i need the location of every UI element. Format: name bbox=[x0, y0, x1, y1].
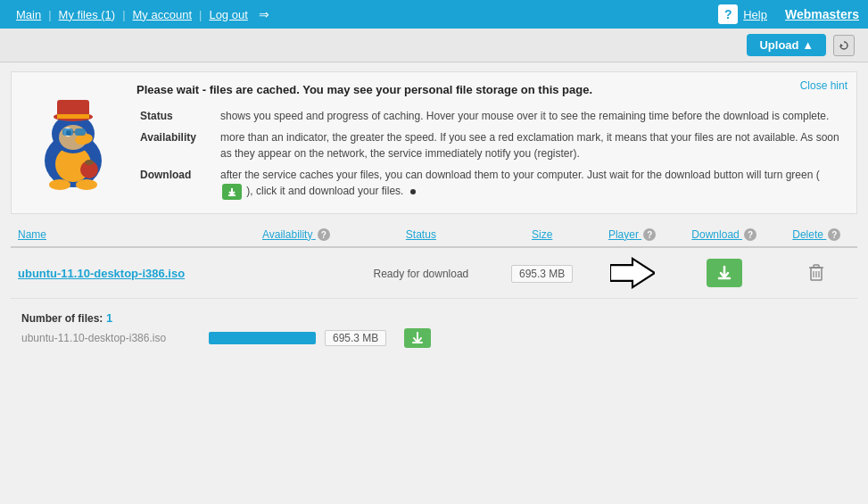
upload-bar: Upload ▲ bbox=[0, 29, 868, 62]
col-header-name[interactable]: Name bbox=[11, 223, 243, 248]
hint-row-availability: Availability more than an indicator, the… bbox=[136, 127, 844, 164]
upload-options-button[interactable] bbox=[833, 35, 855, 56]
col-header-delete[interactable]: Delete ? bbox=[776, 223, 857, 248]
svg-marker-0 bbox=[840, 44, 843, 47]
hint-term-status: Status bbox=[136, 105, 217, 127]
nav-log-out[interactable]: Log out bbox=[202, 8, 254, 21]
nav-webmasters[interactable]: Webmasters bbox=[785, 7, 859, 21]
file-size-cell: 695.3 MB bbox=[492, 247, 591, 299]
top-nav: Main | My files (1) | My account | Log o… bbox=[0, 0, 868, 29]
arrow-container bbox=[599, 257, 665, 289]
hint-table: Status shows you speed and progress of c… bbox=[136, 105, 844, 202]
summary-count: 1 bbox=[106, 311, 112, 325]
nav-main[interactable]: Main bbox=[9, 8, 48, 21]
bullet-dot bbox=[410, 189, 416, 194]
mascot-image bbox=[24, 83, 122, 202]
nav-my-files[interactable]: My files (1) bbox=[52, 8, 123, 21]
summary-label-row: Number of files: 1 bbox=[21, 311, 847, 325]
file-download-cell[interactable] bbox=[673, 247, 776, 299]
hint-content: Please wait - files are cached. You may … bbox=[136, 83, 844, 202]
svg-point-14 bbox=[49, 179, 70, 190]
nav-sep1: | bbox=[48, 8, 51, 21]
inline-dl-icon bbox=[222, 184, 242, 200]
table-header-row: Name Availability ? Status Size Player ?… bbox=[11, 223, 857, 248]
summary-size: 695.3 MB bbox=[325, 330, 386, 346]
hint-desc-download: after the service caches your files, you… bbox=[217, 164, 844, 202]
summary-filename: ubuntu-11.10-desktop-i386.iso bbox=[21, 332, 200, 344]
hint-section: Close hint bbox=[11, 71, 857, 214]
table-row: ubuntu-11.10-desktop-i386.iso Ready for … bbox=[11, 247, 857, 299]
download-button[interactable] bbox=[707, 259, 742, 287]
nav-sep3: | bbox=[199, 8, 202, 21]
file-name-cell: ubuntu-11.10-desktop-i386.iso bbox=[11, 247, 243, 299]
file-table: Name Availability ? Status Size Player ?… bbox=[11, 223, 857, 300]
player-help-icon[interactable]: ? bbox=[643, 228, 656, 241]
svg-rect-9 bbox=[75, 128, 86, 136]
download-arrow-icon bbox=[610, 257, 655, 289]
file-name-link[interactable]: ubuntu-11.10-desktop-i386.iso bbox=[18, 267, 185, 280]
hint-row-download: Download after the service caches your f… bbox=[136, 164, 844, 202]
help-icon: ? bbox=[718, 4, 738, 24]
nav-my-account[interactable]: My account bbox=[126, 8, 199, 21]
svg-marker-19 bbox=[610, 259, 655, 287]
hint-title: Please wait - files are cached. You may … bbox=[136, 83, 844, 96]
col-header-size[interactable]: Size bbox=[492, 223, 591, 248]
download-help-icon[interactable]: ? bbox=[744, 228, 756, 241]
col-header-player[interactable]: Player ? bbox=[591, 223, 673, 248]
help-section: ? Help bbox=[718, 4, 767, 24]
svg-point-15 bbox=[76, 179, 97, 190]
file-avail-cell bbox=[243, 247, 350, 299]
col-header-availability[interactable]: Availability ? bbox=[243, 223, 350, 248]
hint-inner: Please wait - files are cached. You may … bbox=[24, 83, 844, 202]
hint-desc-status: shows you speed and progress of caching.… bbox=[217, 105, 844, 127]
summary-label: Number of files: bbox=[21, 312, 103, 325]
file-status-cell: Ready for download bbox=[350, 247, 492, 299]
upload-button[interactable]: Upload ▲ bbox=[747, 34, 826, 56]
close-hint-link[interactable]: Close hint bbox=[800, 79, 847, 92]
mascot-svg bbox=[29, 91, 118, 194]
refresh-icon bbox=[839, 41, 848, 50]
delete-button[interactable] bbox=[783, 264, 850, 282]
svg-rect-23 bbox=[814, 265, 819, 268]
nav-sep2: | bbox=[122, 8, 125, 21]
file-delete-cell[interactable] bbox=[776, 247, 857, 299]
summary-file-row: ubuntu-11.10-desktop-i386.iso 695.3 MB bbox=[21, 328, 847, 348]
hint-desc-availability: more than an indicator, the greater the … bbox=[217, 127, 844, 164]
logout-icon: ⇒ bbox=[259, 7, 269, 21]
file-section: Name Availability ? Status Size Player ?… bbox=[11, 223, 857, 300]
svg-point-17 bbox=[85, 160, 94, 165]
nav-help[interactable]: Help bbox=[743, 8, 767, 21]
file-status-text: Ready for download bbox=[374, 268, 469, 280]
avail-help-icon[interactable]: ? bbox=[318, 228, 330, 241]
file-size-badge: 695.3 MB bbox=[511, 265, 573, 283]
summary-download-button[interactable] bbox=[404, 328, 431, 348]
summary-section: Number of files: 1 ubuntu-11.10-desktop-… bbox=[11, 304, 857, 355]
summary-download-icon bbox=[411, 332, 424, 344]
col-header-download[interactable]: Download ? bbox=[673, 223, 776, 248]
progress-bar bbox=[209, 332, 316, 344]
col-header-status[interactable]: Status bbox=[350, 223, 492, 248]
download-icon bbox=[716, 265, 732, 281]
trash-icon bbox=[808, 264, 824, 282]
svg-rect-8 bbox=[62, 128, 73, 136]
hint-row-status: Status shows you speed and progress of c… bbox=[136, 105, 844, 127]
delete-help-icon[interactable]: ? bbox=[828, 228, 840, 241]
hint-term-download: Download bbox=[136, 164, 217, 202]
file-player-cell bbox=[591, 247, 673, 299]
hint-term-availability: Availability bbox=[136, 127, 217, 164]
svg-rect-13 bbox=[57, 114, 89, 119]
